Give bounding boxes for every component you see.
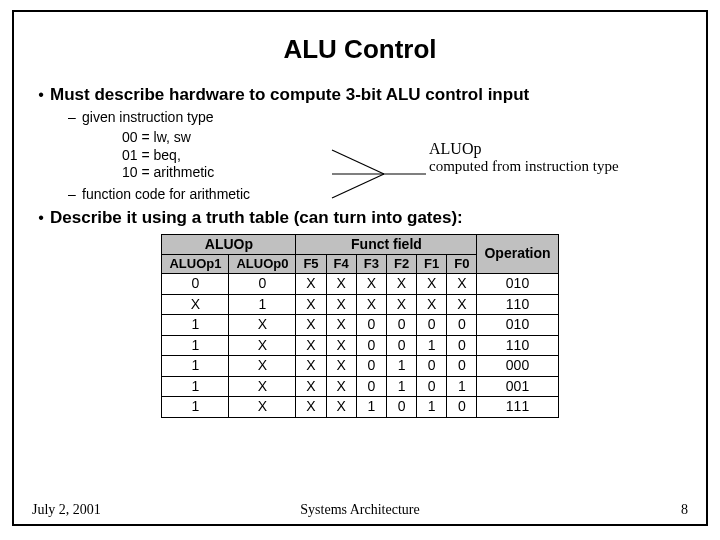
- slide-title: ALU Control: [32, 34, 688, 65]
- table-cell: X: [447, 294, 477, 315]
- footer-center: Systems Architecture: [32, 502, 688, 518]
- table-cell: 0: [447, 397, 477, 418]
- table-cell: 0: [356, 376, 386, 397]
- table-cell: 1: [162, 397, 229, 418]
- sub-2: –function code for arithmetic: [68, 186, 688, 202]
- table-cell: 0: [162, 274, 229, 295]
- table-cell: X: [326, 356, 356, 377]
- th-f2: F2: [386, 255, 416, 274]
- table-row: 1XXX0100000: [162, 356, 558, 377]
- table-cell: 1: [386, 376, 416, 397]
- table-cell: 110: [477, 294, 558, 315]
- table-cell: X: [386, 274, 416, 295]
- table-cell: X: [229, 335, 296, 356]
- table-cell: 0: [447, 315, 477, 336]
- table-cell: X: [386, 294, 416, 315]
- table-cell: X: [229, 315, 296, 336]
- aluop-note: ALUOp computed from instruction type: [429, 140, 619, 175]
- th-f0: F0: [447, 255, 477, 274]
- table-row: 00XXXXXX010: [162, 274, 558, 295]
- bullet-2: • Describe it using a truth table (can t…: [32, 208, 688, 228]
- truth-table: ALUOp Funct field Operation ALUOp1 ALUOp…: [161, 234, 558, 418]
- table-cell: X: [229, 376, 296, 397]
- sub-list-2: –function code for arithmetic: [68, 186, 688, 202]
- table-cell: X: [229, 356, 296, 377]
- bullet-2-text: Describe it using a truth table (can tur…: [50, 208, 463, 228]
- sub-1-text: given instruction type: [82, 109, 214, 125]
- truth-table-head: ALUOp Funct field Operation ALUOp1 ALUOp…: [162, 234, 558, 274]
- th-funct: Funct field: [296, 234, 477, 255]
- th-f1: F1: [417, 255, 447, 274]
- th-aluop: ALUOp: [162, 234, 296, 255]
- table-cell: 0: [417, 315, 447, 336]
- table-cell: 1: [417, 335, 447, 356]
- sub-2-text: function code for arithmetic: [82, 186, 250, 202]
- table-cell: 0: [417, 376, 447, 397]
- table-cell: 0: [229, 274, 296, 295]
- note-line-1: ALUOp: [429, 140, 619, 158]
- table-cell: 0: [417, 356, 447, 377]
- table-row: 1XXX0010110: [162, 335, 558, 356]
- table-cell: X: [162, 294, 229, 315]
- table-cell: 0: [386, 335, 416, 356]
- th-f4: F4: [326, 255, 356, 274]
- truth-table-wrap: ALUOp Funct field Operation ALUOp1 ALUOp…: [32, 234, 688, 418]
- table-cell: 0: [386, 315, 416, 336]
- table-cell: 1: [162, 376, 229, 397]
- table-row: 1XXX1010111: [162, 397, 558, 418]
- table-row: 1XXX0000010: [162, 315, 558, 336]
- table-cell: X: [296, 376, 326, 397]
- th-f3: F3: [356, 255, 386, 274]
- table-cell: 1: [162, 356, 229, 377]
- slide-footer: July 2, 2001 Systems Architecture 8: [32, 502, 688, 518]
- table-cell: X: [417, 274, 447, 295]
- table-cell: 1: [417, 397, 447, 418]
- table-cell: X: [326, 335, 356, 356]
- th-f5: F5: [296, 255, 326, 274]
- table-cell: 111: [477, 397, 558, 418]
- table-cell: X: [326, 294, 356, 315]
- table-cell: 000: [477, 356, 558, 377]
- table-cell: 0: [447, 356, 477, 377]
- th-aluop1: ALUOp1: [162, 255, 229, 274]
- table-cell: 010: [477, 315, 558, 336]
- truth-table-body: 00XXXXXX010X1XXXXXX1101XXX00000101XXX001…: [162, 274, 558, 418]
- table-cell: X: [296, 315, 326, 336]
- table-cell: X: [296, 335, 326, 356]
- th-operation: Operation: [477, 234, 558, 274]
- table-cell: X: [417, 294, 447, 315]
- table-cell: 1: [229, 294, 296, 315]
- table-cell: X: [356, 294, 386, 315]
- table-cell: 1: [162, 315, 229, 336]
- sub-1: –given instruction type: [68, 109, 688, 125]
- note-line-2: computed from instruction type: [429, 158, 619, 175]
- th-aluop0: ALUOp0: [229, 255, 296, 274]
- table-cell: X: [356, 274, 386, 295]
- table-cell: X: [447, 274, 477, 295]
- bullet-1-text: Must describe hardware to compute 3-bit …: [50, 85, 529, 105]
- table-cell: 0: [386, 397, 416, 418]
- header-row-1: ALUOp Funct field Operation: [162, 234, 558, 255]
- table-cell: 1: [162, 335, 229, 356]
- table-cell: 1: [356, 397, 386, 418]
- table-cell: 1: [447, 376, 477, 397]
- slide-frame: ALU Control • Must describe hardware to …: [12, 10, 708, 526]
- table-cell: X: [326, 376, 356, 397]
- sub-list-1: –given instruction type: [68, 109, 688, 125]
- table-row: 1XXX0101001: [162, 376, 558, 397]
- table-cell: X: [326, 315, 356, 336]
- table-cell: X: [296, 356, 326, 377]
- table-cell: X: [326, 397, 356, 418]
- table-cell: 0: [356, 315, 386, 336]
- table-cell: X: [326, 274, 356, 295]
- table-cell: 1: [386, 356, 416, 377]
- table-cell: 0: [447, 335, 477, 356]
- table-cell: 010: [477, 274, 558, 295]
- table-cell: X: [296, 274, 326, 295]
- bullet-1: • Must describe hardware to compute 3-bi…: [32, 85, 688, 105]
- table-cell: 0: [356, 335, 386, 356]
- bullet-icon: •: [32, 86, 50, 104]
- bullet-icon: •: [32, 209, 50, 227]
- table-cell: 110: [477, 335, 558, 356]
- table-row: X1XXXXXX110: [162, 294, 558, 315]
